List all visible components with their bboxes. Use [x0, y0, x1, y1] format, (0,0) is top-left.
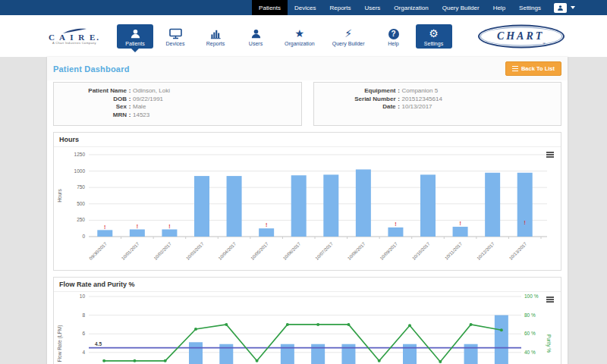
patient-sex-row: Sex:Male: [60, 103, 295, 111]
chart-industries-logo: CHART ®: [478, 24, 565, 48]
svg-text:8: 8: [82, 312, 85, 318]
svg-text:10/03/2017: 10/03/2017: [185, 241, 205, 261]
hours-bar: [388, 228, 403, 237]
flow-bar: [495, 315, 508, 364]
info-panels: Patient Name:Odinson, Loki DOB:09/22/199…: [47, 80, 568, 132]
patient-info-panel: Patient Name:Odinson, Loki DOB:09/22/199…: [53, 82, 302, 126]
top-navbar: Patients Devices Reports Users Organizat…: [0, 0, 607, 15]
svg-text:100 %: 100 %: [524, 293, 539, 299]
hours-chart-panel: Hours 02505007501000125009/30/201710/01/…: [53, 132, 561, 271]
alert-marker: !: [168, 224, 170, 229]
purity-point: [286, 323, 289, 326]
topnav-query-builder[interactable]: Query Builder: [436, 0, 486, 15]
hours-bar: [97, 230, 112, 237]
chart-menu-icon[interactable]: [545, 150, 555, 159]
flow-chart: 24681020 %40 %60 %80 %100 %4.5Flow Rate …: [54, 292, 561, 364]
svg-text:80 %: 80 %: [524, 312, 536, 318]
svg-text:10/10/2017: 10/10/2017: [411, 241, 431, 261]
hours-chart: 02505007501000125009/30/201710/01/201710…: [54, 147, 561, 270]
flow-bar: [219, 344, 233, 364]
purity-point: [408, 324, 411, 327]
back-to-list-button[interactable]: Back To List: [505, 61, 561, 76]
svg-text:10/12/2017: 10/12/2017: [476, 241, 495, 261]
iconnav-users[interactable]: Users: [237, 24, 274, 49]
topnav-users[interactable]: Users: [357, 0, 387, 15]
lightning-icon: ⚡: [344, 27, 352, 39]
patient-dob-row: DOB:09/22/1991: [60, 96, 295, 104]
chevron-down-icon: [571, 6, 575, 9]
hours-bar: [227, 176, 242, 237]
hours-bar: [420, 174, 436, 237]
iconnav-query-builder[interactable]: ⚡ Query Builder: [326, 24, 372, 49]
registered-mark: ®: [543, 41, 546, 45]
user-menu[interactable]: [548, 0, 581, 15]
alert-marker: !: [524, 220, 526, 225]
alert-marker: !: [137, 224, 138, 229]
alert-marker: !: [266, 222, 267, 228]
svg-text:10/11/2017: 10/11/2017: [444, 241, 464, 261]
svg-text:10/09/2017: 10/09/2017: [379, 241, 399, 261]
iconnav-devices[interactable]: Devices: [157, 24, 193, 49]
svg-text:750: 750: [77, 184, 85, 190]
purity-point: [378, 359, 381, 362]
topnav-organization[interactable]: Organization: [387, 0, 435, 15]
svg-text:10/08/2017: 10/08/2017: [347, 241, 366, 261]
topnav-reports[interactable]: Reports: [322, 0, 357, 15]
equipment-date-row: Date:10/13/2017: [320, 103, 555, 111]
flow-chart-title: Flow Rate and Purity %: [54, 278, 561, 292]
flow-bar: [341, 344, 355, 364]
svg-text:Flow Rate (LPM): Flow Rate (LPM): [57, 325, 63, 362]
svg-text:10/04/2017: 10/04/2017: [218, 241, 237, 261]
topnav-help[interactable]: Help: [486, 0, 512, 15]
svg-text:250: 250: [77, 217, 85, 222]
svg-text:10/07/2017: 10/07/2017: [315, 241, 335, 261]
iconnav-organization[interactable]: ★ Organization: [278, 24, 322, 49]
purity-point: [316, 323, 319, 326]
topnav-settings[interactable]: Settings: [512, 0, 548, 15]
purity-point: [102, 359, 105, 362]
iconnav-help[interactable]: ? Help: [376, 24, 412, 49]
topnav-patients[interactable]: Patients: [252, 0, 288, 15]
hours-chart-svg: 02505007501000125009/30/201710/01/201710…: [54, 147, 554, 267]
caire-logo: C A I R E. A Chart Industries Company: [47, 28, 102, 45]
purity-point: [194, 328, 197, 331]
svg-text:60 %: 60 %: [524, 331, 536, 336]
topnav-devices[interactable]: Devices: [288, 0, 322, 15]
alert-marker: !: [395, 221, 396, 227]
list-icon: [512, 66, 518, 72]
purity-point: [500, 328, 503, 331]
flow-bar: [189, 342, 203, 364]
svg-text:0: 0: [82, 234, 85, 239]
icon-navbar: C A I R E. A Chart Industries Company Pa…: [0, 15, 607, 57]
hours-bar: [194, 176, 209, 237]
hours-bar: [162, 229, 177, 237]
star-icon: ★: [295, 27, 305, 39]
equipment-row: Equipment:Companion 5: [320, 87, 555, 96]
svg-text:6: 6: [82, 331, 85, 336]
purity-point: [256, 359, 259, 362]
svg-text:500: 500: [77, 201, 85, 206]
content-card: Patient Dashboard Back To List Patient N…: [47, 57, 568, 364]
purity-point: [133, 359, 136, 362]
hours-chart-title: Hours: [54, 133, 561, 147]
hours-bar: [259, 228, 274, 237]
svg-text:10/05/2017: 10/05/2017: [250, 241, 269, 261]
patient-mrn-row: MRN:14523: [60, 111, 295, 120]
alert-marker: !: [104, 224, 105, 230]
chart-menu-icon[interactable]: [545, 295, 555, 304]
person-icon: [250, 27, 262, 39]
iconnav-reports[interactable]: Reports: [197, 24, 234, 49]
svg-text:40 %: 40 %: [524, 350, 536, 355]
iconnav-patients[interactable]: Patients: [117, 24, 153, 49]
user-icon: [554, 3, 567, 13]
hours-bar: [356, 169, 371, 237]
caire-logo-tagline: A Chart Industries Company: [47, 42, 102, 45]
page-header: Patient Dashboard Back To List: [47, 57, 568, 80]
purity-point: [164, 359, 167, 362]
iconnav-settings[interactable]: ⚙ Settings: [416, 24, 452, 49]
flow-chart-svg: 24681020 %40 %60 %80 %100 %4.5Flow Rate …: [54, 292, 554, 364]
gear-icon: ⚙: [429, 27, 439, 39]
hours-bar: [130, 229, 145, 237]
flow-chart-panel: Flow Rate and Purity % 24681020 %40 %60 …: [53, 277, 561, 364]
bar-chart-icon: [210, 27, 222, 39]
